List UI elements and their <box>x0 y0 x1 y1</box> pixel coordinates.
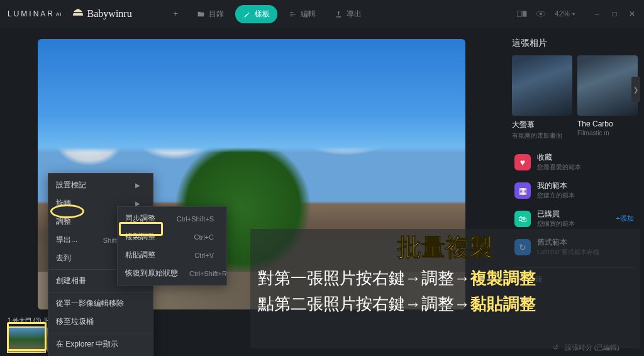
ctx-item-ctx1-12[interactable]: 顯示直方圖 <box>48 353 153 356</box>
brand-suffix: AI <box>56 11 62 17</box>
ctx-item-ctx2-3[interactable]: 恢復到原始狀態Ctrl+Shift+R <box>118 264 226 282</box>
preset-card-0[interactable]: 大螢幕 有氛圍的電影畫面 <box>512 55 572 140</box>
minimize-button[interactable]: – <box>592 9 601 18</box>
brand-text: LUMINAR <box>8 9 55 18</box>
close-button[interactable]: ✕ <box>628 9 636 18</box>
title-bar: LUMINAR AI Babywinru + 目錄 樣板 編輯 導出 42% ▾… <box>0 0 644 28</box>
svg-rect-0 <box>518 11 522 16</box>
signature-text: Babywinru <box>87 8 132 19</box>
eye-icon <box>536 10 546 18</box>
category-favorites[interactable]: ♥ 收藏您最喜愛的範本 <box>512 148 636 176</box>
nav-catalog-label: 目錄 <box>209 9 224 19</box>
top-nav: + 目錄 樣板 編輯 導出 <box>166 5 369 23</box>
ctx-item-ctx1-11[interactable]: 在 Explorer 中顯示 <box>48 335 153 353</box>
top-right-controls: 42% ▾ – □ ✕ <box>517 9 636 18</box>
preset-card-1[interactable]: The Carbo Filmastic m <box>577 55 638 140</box>
bag-icon: 🛍 <box>514 211 531 227</box>
thumbnail-0[interactable] <box>8 327 45 352</box>
ctx-item-ctx2-0[interactable]: 同步調整Ctrl+Shift+S <box>118 209 226 228</box>
preset-thumb <box>512 55 572 116</box>
category-my-templates[interactable]: ▦ 我的範本您建立的範本 <box>512 176 636 204</box>
preset-title: 大螢幕 <box>512 120 572 130</box>
preset-sub: Filmastic m <box>577 130 638 136</box>
wand-icon <box>243 10 251 18</box>
heart-icon: ♥ <box>514 154 531 170</box>
add-button[interactable]: + <box>166 6 186 22</box>
ctx-item-ctx1-0[interactable]: 設置標記▶ <box>48 176 153 194</box>
overlay-line-1: 對第一張照片按右鍵→調整→複製調整 <box>258 267 633 289</box>
nav-catalog[interactable]: 目錄 <box>189 5 231 23</box>
maximize-button[interactable]: □ <box>610 9 619 18</box>
ctx-item-ctx1-8[interactable]: 從單一影像編輯移除 <box>48 294 153 313</box>
grid-icon: ▦ <box>514 182 531 199</box>
cat-sub: 您建立的範本 <box>537 191 575 200</box>
ctx-item-ctx2-2[interactable]: 粘貼調整Ctrl+V <box>118 246 226 264</box>
add-link[interactable]: +添加 <box>616 214 634 223</box>
nav-edit-label: 編輯 <box>301 9 316 19</box>
overlay-line-2: 點第二張照片按右鍵→調整→黏貼調整 <box>258 293 633 315</box>
svg-rect-1 <box>523 11 527 16</box>
preset-sub: 有氛圍的電影畫面 <box>512 131 572 140</box>
nav-templates-label: 樣板 <box>255 9 270 19</box>
author-signature: Babywinru <box>71 7 132 21</box>
preset-thumb <box>577 55 638 116</box>
svg-point-3 <box>540 13 542 15</box>
tutorial-overlay: 批量複製 對第一張照片按右鍵→調整→複製調整 點第二張照片按右鍵→調整→黏貼調整 <box>250 229 640 348</box>
compare-icon <box>517 10 527 18</box>
context-menu-adjust: 同步調整Ctrl+Shift+S複製調整Ctrl+C粘貼調整Ctrl+V恢復到原… <box>117 206 227 286</box>
compare-toggle[interactable] <box>517 10 527 18</box>
folder-icon <box>197 10 205 18</box>
cat-sub: 您最喜愛的範本 <box>537 163 581 172</box>
sidebar-title: 這張相片 <box>512 38 636 49</box>
nav-edit[interactable]: 編輯 <box>281 5 323 23</box>
nav-export[interactable]: 導出 <box>327 5 369 23</box>
export-icon <box>335 10 343 18</box>
sliders-icon <box>289 10 297 18</box>
zoom-level[interactable]: 42% ▾ <box>555 9 575 18</box>
hat-icon <box>71 7 85 21</box>
preset-next-button[interactable]: ❯ <box>631 77 640 102</box>
cat-sub: 您購買的範本 <box>537 220 575 228</box>
cat-title: 已購買 <box>537 209 575 220</box>
cat-title: 收藏 <box>537 152 581 163</box>
overlay-title: 批量複製 <box>258 231 633 264</box>
preview-toggle[interactable] <box>536 10 546 18</box>
window-controls: – □ ✕ <box>592 9 636 18</box>
nav-templates[interactable]: 樣板 <box>235 5 277 23</box>
app-brand: LUMINAR AI <box>8 9 62 18</box>
cat-title: 我的範本 <box>537 181 575 191</box>
preset-row: 大螢幕 有氛圍的電影畫面 The Carbo Filmastic m ❯ <box>512 55 636 140</box>
nav-export-label: 導出 <box>347 9 362 19</box>
ctx-item-ctx2-1[interactable]: 複製調整Ctrl+C <box>118 228 226 246</box>
ctx-item-ctx1-9[interactable]: 移至垃圾桶 <box>48 313 153 331</box>
preset-title: The Carbo <box>577 120 638 128</box>
